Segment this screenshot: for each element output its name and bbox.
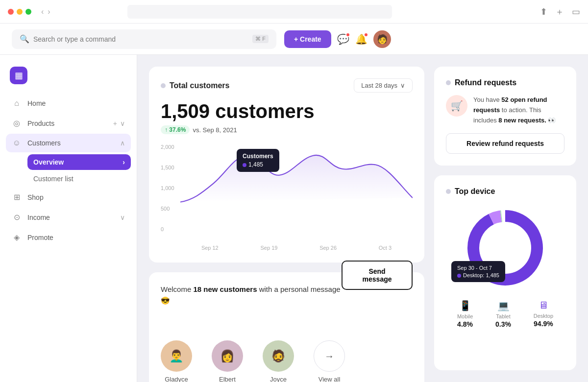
products-icon: ◎ (12, 119, 22, 128)
device-card: Top device Sep 30 - Oct 7 (434, 175, 576, 370)
chart-svg (180, 144, 413, 218)
view-all-button[interactable]: → (314, 340, 345, 372)
change-badge: ↑ 37.6% (161, 125, 190, 134)
sidebar-logo: ▦ (0, 63, 137, 94)
messages-badge (345, 32, 350, 37)
notifications-badge (364, 32, 368, 37)
chart-card: Total customers Last 28 days ∨ 1,509 cus… (149, 67, 424, 263)
avatar[interactable]: 🧑 (373, 30, 391, 48)
add-icon[interactable]: + (113, 119, 117, 127)
messages-button[interactable]: 💬 (337, 33, 349, 45)
close-button[interactable] (8, 9, 14, 15)
customer-avatar-gladyce: 👨‍🦱 Gladyce (161, 340, 192, 382)
customers-sub-nav: Overview › Customer list (6, 154, 131, 187)
refund-icon: 🛒 (446, 95, 467, 117)
refund-text: You have 52 open refund requests to acti… (473, 95, 564, 125)
search-bar[interactable]: 🔍 ⌘ F (12, 29, 276, 49)
change-vs-label: vs. Sep 8, 2021 (193, 126, 237, 134)
mobile-icon: 📱 (457, 300, 473, 311)
chart-y-labels: 2,000 1,500 1,000 500 0 (161, 144, 180, 242)
sidebar-item-home[interactable]: ⌂ Home (6, 94, 131, 113)
traffic-lights (8, 9, 31, 15)
sidebar-item-products[interactable]: ◎ Products + ∨ (6, 114, 131, 133)
svg-point-0 (245, 153, 248, 157)
section-title-dot (446, 189, 451, 194)
nav-item-actions: ∧ (120, 139, 125, 147)
search-shortcut: ⌘ F (252, 35, 269, 43)
customer-avatar-joyce: 🧔 Joyce (263, 340, 294, 382)
sidebar-item-customers[interactable]: ☺ Customers ∧ (6, 134, 131, 152)
right-panel: Refund requests 🛒 You have 52 open refun… (434, 67, 576, 370)
minimize-button[interactable] (17, 9, 23, 15)
chart-area: 2,000 1,500 1,000 500 0 (161, 144, 413, 242)
refund-alert: 🛒 You have 52 open refund requests to ac… (446, 95, 564, 125)
logo-icon: ▦ (10, 67, 27, 84)
sidebar-item-customer-list[interactable]: Customer list (27, 171, 131, 187)
sidebar-item-label: Income (27, 214, 114, 221)
chart-title: Total customers (161, 81, 229, 90)
app-header: 🔍 ⌘ F + Create 💬 🔔 🧑 (0, 24, 588, 55)
device-title: Top device (446, 187, 564, 196)
view-all-customers[interactable]: → View all (314, 340, 345, 382)
chart-x-labels: Sep 12 Sep 19 Sep 26 Oct 3 (161, 245, 413, 251)
sidebar-nav: ⌂ Home ◎ Products + ∨ ☺ Customers ∧ (0, 94, 137, 247)
header-right: + Create 💬 🔔 🧑 (284, 30, 391, 48)
sidebar-item-overview[interactable]: Overview › (27, 154, 131, 170)
chart-title-text: Total customers (170, 81, 229, 90)
search-icon: 🔍 (20, 34, 29, 44)
nav-item-actions: + ∨ (113, 119, 125, 127)
sidebar-icon[interactable]: ▭ (572, 6, 580, 17)
device-stat-tablet: 💻 Tablet 0.3% (495, 300, 511, 328)
avatar-gladyce: 👨‍🦱 (161, 340, 192, 372)
title-bar: ‹ › ⬆ ＋ ▭ (0, 0, 588, 24)
forward-button[interactable]: › (48, 7, 50, 16)
welcome-text: Welcome 18 new customers with a personal… (161, 284, 342, 306)
back-button[interactable]: ‹ (41, 7, 44, 16)
chevron-up-icon[interactable]: ∧ (120, 139, 125, 147)
create-button[interactable]: + Create (284, 30, 331, 48)
chevron-down-icon[interactable]: ∨ (120, 119, 125, 127)
metric-change: ↑ 37.6% vs. Sep 8, 2021 (161, 125, 413, 134)
donut-tooltip: Sep 30 - Oct 7 Desktop: 1,485 (451, 261, 505, 282)
date-chevron-icon: ∨ (400, 82, 405, 89)
url-bar[interactable] (127, 5, 392, 19)
chevron-down-icon[interactable]: ∨ (120, 214, 125, 221)
main-content: Total customers Last 28 days ∨ 1,509 cus… (137, 55, 588, 382)
new-tab-icon[interactable]: ＋ (555, 6, 564, 18)
customer-avatar-elbert: 👩 Elbert (212, 340, 243, 382)
sidebar-item-income[interactable]: ⊙ Income ∨ (6, 208, 131, 227)
send-message-button[interactable]: Send message (342, 261, 413, 290)
sidebar-item-shop[interactable]: ⊞ Shop (6, 188, 131, 207)
sidebar-item-label: Home (27, 99, 125, 107)
home-icon: ⌂ (12, 99, 22, 108)
customer-name: Gladyce (165, 376, 188, 382)
avatar-joyce: 🧔 (263, 340, 294, 372)
avatar-elbert: 👩 (212, 340, 243, 372)
maximize-button[interactable] (25, 9, 31, 15)
refund-title: Refund requests (446, 78, 564, 87)
customer-list-label: Customer list (33, 175, 74, 183)
tablet-icon: 💻 (495, 300, 511, 311)
chart-header: Total customers Last 28 days ∨ (161, 78, 413, 93)
customers-icon: ☺ (12, 139, 22, 147)
sidebar-item-label: Promote (27, 234, 125, 241)
view-all-label: View all (318, 376, 341, 382)
navigation-buttons: ‹ › (41, 7, 50, 16)
promote-icon: ◈ (12, 233, 22, 242)
section-title-dot (446, 80, 451, 85)
share-icon[interactable]: ⬆ (540, 6, 547, 17)
sidebar-item-label: Shop (27, 193, 125, 201)
income-icon: ⊙ (12, 213, 22, 222)
customer-name: Joyce (270, 376, 287, 382)
search-input[interactable] (33, 35, 248, 43)
sidebar: ▦ ⌂ Home ◎ Products + ∨ ☺ Customers ∧ (0, 55, 137, 382)
welcome-card: Welcome 18 new customers with a personal… (149, 272, 424, 382)
metric-value: 1,509 customers (161, 100, 413, 122)
review-refunds-button[interactable]: Review refund requests (446, 133, 564, 154)
notifications-button[interactable]: 🔔 (355, 33, 368, 45)
desktop-icon: 🖥 (534, 300, 553, 311)
refund-card: Refund requests 🛒 You have 52 open refun… (434, 67, 576, 166)
title-bar-actions: ⬆ ＋ ▭ (540, 6, 580, 18)
sidebar-item-promote[interactable]: ◈ Promote (6, 228, 131, 247)
date-selector[interactable]: Last 28 days ∨ (354, 78, 413, 93)
